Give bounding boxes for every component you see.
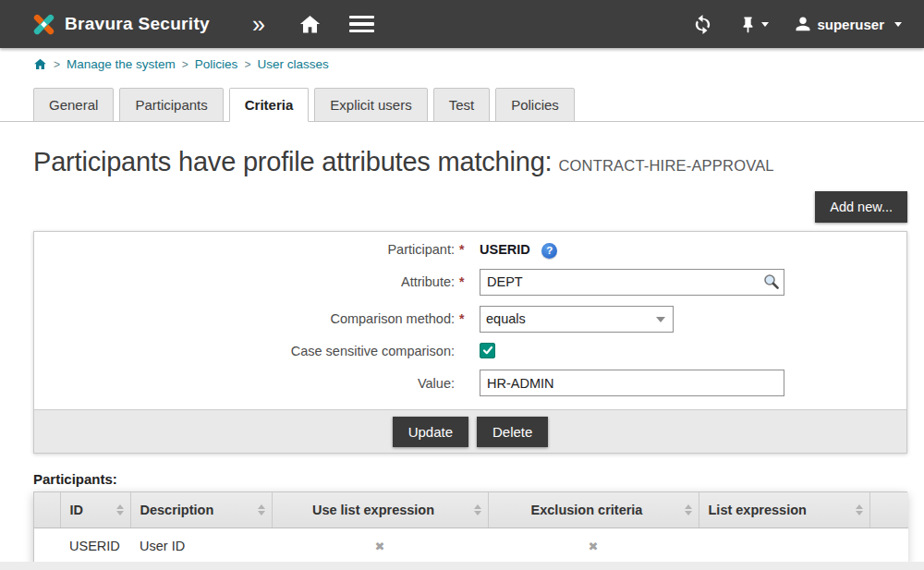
search-icon[interactable] [762, 273, 781, 295]
column-header-list-expression[interactable]: List expression [699, 492, 869, 528]
user-icon [795, 16, 811, 32]
value-row: Value: [34, 370, 906, 396]
form-footer: Update Delete [34, 409, 906, 453]
menu-icon[interactable] [349, 16, 374, 33]
participant-value: USERID [480, 242, 530, 257]
comparison-method-row: Comparison method: * equals [34, 306, 906, 333]
tab-bar: General Participants Criteria Explicit u… [0, 77, 924, 122]
breadcrumb: > Manage the system > Policies > User cl… [0, 48, 924, 77]
sort-icon [474, 504, 481, 515]
chevron-down-icon [894, 22, 902, 27]
breadcrumb-link-manage-the-system[interactable]: Manage the system [67, 57, 176, 71]
case-sensitive-checkbox[interactable] [480, 343, 495, 358]
column-header-id[interactable]: ID [60, 492, 130, 528]
cell-exclusion-criteria: ✖ [488, 528, 699, 564]
brand-logo-icon [31, 12, 56, 37]
brand-name: Bravura Security [65, 14, 210, 34]
tab-participants[interactable]: Participants [119, 88, 223, 122]
case-sensitive-label: Case sensitive comparison: [34, 344, 459, 358]
page-title: Participants have profile attributes mat… [33, 147, 907, 177]
column-header-blank [869, 492, 908, 528]
column-label: ID [70, 503, 84, 517]
comparison-method-select[interactable]: equals [480, 306, 674, 333]
column-header-description[interactable]: Description [130, 492, 272, 528]
participants-table: ID Description Use list expression Exclu… [33, 491, 907, 565]
home-icon[interactable] [298, 13, 322, 36]
page-title-text: Participants have profile attributes mat… [33, 147, 552, 176]
column-label: Exclusion criteria [531, 503, 643, 517]
tab-criteria[interactable]: Criteria [229, 88, 310, 122]
column-label: List expression [709, 503, 807, 517]
tab-explicit-users[interactable]: Explicit users [314, 88, 427, 122]
criteria-form: Participant: * USERID ? Attribute: * [33, 231, 907, 454]
table-header-row: ID Description Use list expression Exclu… [34, 492, 908, 528]
sort-icon [685, 504, 692, 515]
required-asterisk: * [459, 242, 480, 257]
column-header-use-list-expression[interactable]: Use list expression [272, 492, 488, 528]
tab-test[interactable]: Test [433, 88, 491, 122]
cell-blank [869, 528, 908, 564]
page-title-value: CONTRACT-HIRE-APPROVAL [558, 157, 773, 174]
required-asterisk: * [459, 274, 480, 289]
value-label: Value: [34, 376, 459, 391]
cell-list-expression [699, 528, 869, 564]
sort-icon [856, 504, 863, 515]
breadcrumb-separator: > [54, 58, 60, 71]
cross-icon: ✖ [375, 540, 385, 553]
main-content: Participants have profile attributes mat… [0, 147, 924, 565]
breadcrumb-home-icon[interactable] [33, 57, 47, 71]
sort-icon [258, 504, 265, 515]
breadcrumb-separator: > [244, 58, 250, 71]
brand[interactable]: Bravura Security [31, 12, 210, 37]
tab-policies[interactable]: Policies [495, 88, 575, 122]
column-label: Description [140, 503, 214, 517]
username: superuser [817, 17, 884, 32]
sort-icon [116, 504, 124, 515]
attribute-label: Attribute: [34, 274, 459, 289]
app-header: Bravura Security » superuser [0, 0, 924, 48]
checkmark-icon [482, 345, 493, 356]
tab-general[interactable]: General [33, 88, 114, 122]
chevron-down-icon [761, 22, 769, 27]
attribute-row: Attribute: * [34, 269, 906, 296]
participant-row: Participant: * USERID ? [34, 241, 906, 259]
delete-button[interactable]: Delete [477, 417, 548, 447]
breadcrumb-link-policies[interactable]: Policies [195, 57, 238, 71]
pin-icon [739, 16, 757, 33]
column-label: Use list expression [312, 503, 434, 517]
user-menu[interactable]: superuser [795, 16, 902, 32]
required-asterisk: * [459, 311, 480, 326]
value-input[interactable] [480, 370, 784, 396]
comparison-method-label: Comparison method: [34, 311, 459, 326]
help-icon[interactable]: ? [541, 243, 557, 259]
breadcrumb-separator: > [182, 58, 188, 71]
column-header-blank [34, 492, 60, 528]
double-chevron-icon[interactable]: » [252, 13, 265, 36]
attribute-input[interactable] [480, 269, 784, 296]
add-new-button[interactable]: Add new... [815, 191, 907, 223]
participants-section-label: Participants: [33, 471, 907, 487]
case-sensitive-row: Case sensitive comparison: [34, 343, 906, 360]
update-button[interactable]: Update [393, 417, 468, 447]
cell-use-list-expression: ✖ [272, 528, 488, 564]
cell-id: USERID [60, 528, 130, 564]
participant-label: Participant: [34, 242, 459, 257]
cell-description: User ID [130, 528, 272, 564]
page-bottom-strip [0, 562, 924, 570]
column-header-exclusion-criteria[interactable]: Exclusion criteria [488, 492, 699, 528]
breadcrumb-link-user-classes[interactable]: User classes [257, 57, 328, 71]
refresh-icon[interactable] [692, 14, 713, 35]
cell-blank [34, 528, 60, 564]
cross-icon: ✖ [589, 540, 599, 553]
table-row[interactable]: USERID User ID ✖ ✖ [34, 528, 908, 564]
pin-menu[interactable] [739, 16, 769, 33]
